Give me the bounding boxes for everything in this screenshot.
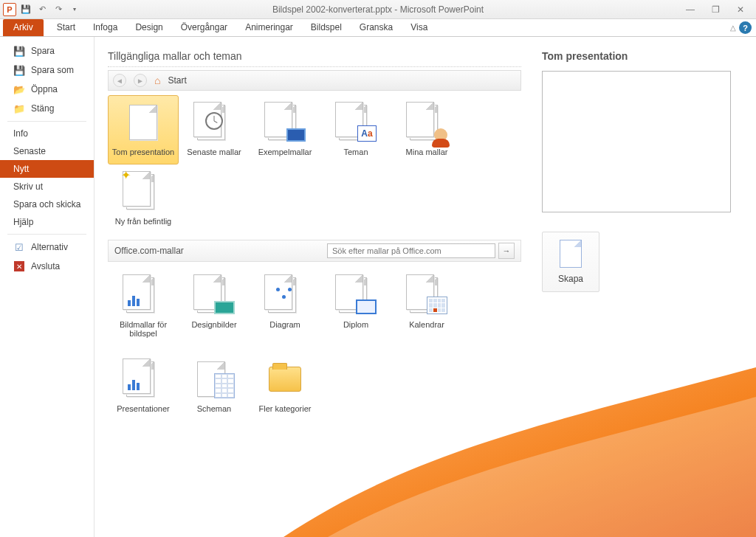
- preview-thumbnail: [542, 71, 731, 212]
- sidebar-item-label: Nytt: [13, 164, 29, 174]
- sidebar-item-label: Hjälp: [13, 217, 33, 227]
- grid-icon: [214, 373, 235, 398]
- help-icon[interactable]: ?: [739, 21, 752, 34]
- category-diagram[interactable]: Diagram: [250, 268, 320, 346]
- save-icon[interactable]: 💾: [19, 3, 32, 16]
- diploma-icon: [335, 274, 377, 316]
- category-presentationer[interactable]: Presentationer: [108, 352, 179, 421]
- sidebar-item-label: Öppna: [31, 84, 58, 94]
- sidebar-item-alternativ[interactable]: ☑Alternativ: [0, 238, 94, 257]
- ribbon-tabs: Arkiv Start Infoga Design Övergångar Ani…: [0, 19, 756, 37]
- sidebar-item-info[interactable]: Info: [0, 125, 94, 142]
- search-input[interactable]: [327, 243, 495, 258]
- calendar-icon: [406, 274, 447, 316]
- window-title: Bildspel 2002-konverterat.pptx - Microso…: [0, 4, 756, 15]
- sidebar-item-hjalp[interactable]: Hjälp: [0, 213, 94, 231]
- create-label: Skapa: [558, 274, 583, 284]
- sidebar-item-spara[interactable]: 💾Spara: [0, 41, 94, 60]
- aa-icon: Aa: [357, 125, 377, 142]
- certificate-icon: [356, 299, 377, 314]
- sidebar-item-label: Avsluta: [31, 261, 60, 271]
- nav-back-button[interactable]: ◄: [113, 74, 126, 87]
- tab-start[interactable]: Start: [48, 19, 84, 36]
- clock-icon: [205, 112, 223, 130]
- create-button[interactable]: Skapa: [542, 232, 599, 292]
- exit-icon: ✕: [13, 260, 25, 272]
- redo-icon[interactable]: ↷: [52, 3, 65, 16]
- sidebar-item-avsluta[interactable]: ✕Avsluta: [0, 257, 94, 276]
- category-label: Designbilder: [191, 320, 236, 329]
- sidebar-item-label: Spara och skicka: [13, 199, 80, 209]
- nav-forward-button[interactable]: ►: [134, 74, 147, 87]
- category-grid: Bildmallar för bildspel Designbilder: [108, 262, 521, 346]
- template-exempelmallar[interactable]: Exempelmallar: [250, 95, 320, 164]
- sidebar-item-skrivut[interactable]: Skriv ut: [0, 178, 94, 195]
- sidebar-item-label: Stäng: [31, 103, 54, 114]
- template-senaste-mallar[interactable]: Senaste mallar: [179, 95, 250, 164]
- tab-bildspel[interactable]: Bildspel: [302, 19, 351, 36]
- category-fler-kategorier[interactable]: Fler kategorier: [250, 352, 320, 421]
- sidebar-item-label: Skriv ut: [13, 181, 43, 192]
- category-label: Presentationer: [117, 404, 170, 413]
- minimize-button[interactable]: —: [682, 3, 698, 16]
- tab-granska[interactable]: Granska: [351, 19, 402, 36]
- sidebar-item-label: Info: [13, 128, 28, 139]
- tab-visa[interactable]: Visa: [402, 19, 436, 36]
- category-diplom[interactable]: Diplom: [320, 268, 391, 346]
- window-controls: — ❐ ✕: [682, 3, 756, 16]
- tab-infoga[interactable]: Infoga: [84, 19, 126, 36]
- template-label: Ny från befintlig: [115, 217, 171, 226]
- template-label: Mina mallar: [406, 148, 448, 156]
- sidebar-item-spara-som[interactable]: 💾Spara som: [0, 60, 94, 80]
- template-ny-fran-befintlig[interactable]: ✦ Ny från befintlig: [108, 164, 179, 234]
- category-scheman[interactable]: Scheman: [179, 352, 250, 421]
- sidebar-item-label: Spara som: [31, 65, 74, 75]
- close-button[interactable]: ✕: [732, 3, 749, 16]
- blank-page-icon: [123, 102, 164, 143]
- office-templates-bar: Office.com-mallar →: [108, 240, 521, 262]
- template-mina-mallar[interactable]: Mina mallar: [391, 95, 462, 164]
- template-grid: Tom presentation Senaste mallar Exempelm…: [108, 95, 521, 164]
- sidebar-item-label: Alternativ: [31, 242, 68, 252]
- design-slides-icon: [193, 274, 235, 316]
- folder-open-icon: 📂: [13, 83, 25, 95]
- restore-button[interactable]: ❐: [707, 3, 724, 16]
- template-teman[interactable]: Aa Teman: [320, 95, 391, 164]
- person-icon: [434, 128, 447, 142]
- slide-templates-icon: [123, 274, 164, 316]
- undo-icon[interactable]: ↶: [35, 3, 49, 16]
- template-label: Exempelmallar: [258, 148, 312, 156]
- home-icon[interactable]: ⌂: [154, 75, 160, 86]
- app-icon[interactable]: P: [3, 3, 16, 16]
- tab-overgangar[interactable]: Övergångar: [172, 19, 236, 36]
- tab-design[interactable]: Design: [126, 19, 171, 36]
- category-label: Kalendrar: [409, 320, 444, 329]
- category-bildmallar[interactable]: Bildmallar för bildspel: [108, 268, 179, 346]
- breadcrumb-text: Start: [168, 75, 186, 86]
- search-button[interactable]: →: [498, 243, 515, 259]
- qat-dropdown-icon[interactable]: ▾: [68, 3, 81, 16]
- sample-templates-icon: [264, 102, 306, 143]
- tab-animeringar[interactable]: Animeringar: [236, 19, 302, 36]
- backstage-view: 💾Spara 💾Spara som 📂Öppna 📁Stäng Info Sen…: [0, 37, 756, 537]
- backstage-sidebar: 💾Spara 💾Spara som 📂Öppna 📁Stäng Info Sen…: [0, 37, 94, 537]
- category-kalendrar[interactable]: Kalendrar: [391, 268, 462, 346]
- sidebar-item-spara-skicka[interactable]: Spara och skicka: [0, 195, 94, 213]
- tab-file[interactable]: Arkiv: [3, 19, 44, 36]
- sidebar-item-senaste[interactable]: Senaste: [0, 142, 94, 160]
- sidebar-item-nytt[interactable]: Nytt: [0, 160, 94, 178]
- template-tom-presentation[interactable]: Tom presentation: [108, 95, 179, 164]
- breadcrumb-bar: ◄ ► ⌂ Start: [108, 70, 521, 91]
- template-grid-2: ✦ Ny från befintlig: [108, 164, 521, 234]
- category-label: Scheman: [197, 404, 231, 413]
- title-bar: P 💾 ↶ ↷ ▾ Bildspel 2002-konverterat.pptx…: [0, 0, 756, 19]
- folder-icon: [269, 367, 301, 392]
- minimize-ribbon-icon[interactable]: △: [730, 24, 736, 32]
- sidebar-item-oppna[interactable]: 📂Öppna: [0, 80, 94, 99]
- save-icon: 💾: [13, 45, 25, 57]
- sidebar-item-label: Spara: [31, 46, 55, 56]
- category-label: Fler kategorier: [259, 404, 312, 413]
- category-designbilder[interactable]: Designbilder: [179, 268, 250, 346]
- more-categories-icon: [264, 358, 306, 400]
- sidebar-item-stang[interactable]: 📁Stäng: [0, 99, 94, 118]
